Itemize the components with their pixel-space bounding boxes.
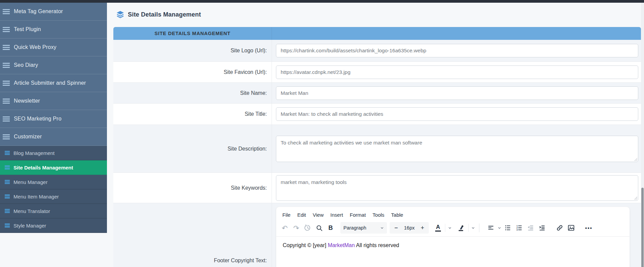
editor-menu-insert[interactable]: Insert (327, 211, 346, 219)
link-button[interactable] (554, 222, 565, 234)
sidebar: Meta Tag Generator Test Plugin Quick Web… (0, 3, 107, 233)
bold-button[interactable]: B (325, 222, 336, 234)
editor-menubar: File Edit View Insert Format Tools Table (276, 207, 629, 220)
editor-menu-view[interactable]: View (309, 211, 327, 219)
editor-content[interactable]: Copyright © [year] MarketMan All rights … (276, 237, 629, 254)
sidebar-item-article-submitter[interactable]: Article Submitter and Spinner (0, 74, 107, 92)
site-favicon-url-input[interactable] (276, 65, 638, 79)
image-button[interactable] (565, 222, 577, 234)
hamburger-menu-icon (3, 134, 10, 139)
site-description-textarea[interactable]: To check all marketing activities we use… (276, 136, 638, 162)
text-color-button[interactable]: A (432, 222, 444, 234)
hamburger-menu-icon (3, 63, 10, 68)
submenu-icon (5, 194, 10, 198)
decrease-fontsize-button[interactable]: − (391, 224, 401, 232)
sidebar-item-seo-marketing-pro[interactable]: SEO Marketing Pro (0, 110, 107, 128)
sidebar-submenu: Blog Management Site Details Management … (0, 146, 107, 233)
numbered-list-button[interactable]: 123 (513, 222, 525, 234)
sidebar-subitem-label: Menu Item Manager (13, 194, 59, 199)
sidebar-item-newsletter[interactable]: Newsletter (0, 92, 107, 110)
text-color-icon: A (435, 224, 441, 232)
chevron-down-icon (471, 226, 475, 230)
editor-toolbar: ↶ ↷ (276, 220, 629, 236)
text-color-chevron[interactable] (447, 222, 453, 234)
sidebar-item-quick-web-proxy[interactable]: Quick Web Proxy (0, 38, 107, 56)
highlight-color-button[interactable] (455, 222, 467, 234)
page-header: Site Details Management (116, 11, 201, 18)
hamburger-menu-icon (3, 99, 10, 104)
editor-menu-format[interactable]: Format (346, 211, 369, 219)
field-label: Site Keywords: (231, 185, 267, 191)
field-label: Site Title: (245, 111, 267, 117)
ellipsis-icon: ••• (585, 225, 593, 231)
sidebar-item-label: Test Plugin (14, 26, 41, 32)
editor-menu-edit[interactable]: Edit (294, 211, 309, 219)
sidebar-item-test-plugin[interactable]: Test Plugin (0, 21, 107, 38)
sidebar-subitem-label: Menu Translator (13, 208, 50, 214)
sidebar-item-menu-translator[interactable]: Menu Translator (0, 204, 107, 218)
scrollbar-thumb[interactable] (641, 188, 644, 267)
panel-header: SITE DETAILS MANAGEMENT (113, 27, 641, 40)
paragraph-dropdown[interactable]: Paragraph (340, 222, 387, 234)
sidebar-item-label: SEO Marketing Pro (14, 116, 61, 122)
editor-menu-file[interactable]: File (279, 211, 294, 219)
submenu-icon (5, 151, 10, 155)
field-label: Footer Copyright Text: (214, 258, 267, 264)
indent-button[interactable] (536, 222, 548, 234)
divider (445, 224, 445, 232)
increase-fontsize-button[interactable]: + (417, 224, 428, 232)
form-row-site-keywords: Site Keywords: market man, marketing too… (113, 173, 641, 203)
redo-button[interactable]: ↷ (290, 222, 302, 234)
sidebar-item-meta-tag-generator[interactable]: Meta Tag Generator (0, 3, 107, 21)
site-title-input[interactable] (276, 107, 638, 121)
submenu-icon (5, 223, 10, 228)
sidebar-subitem-label: Style Manager (13, 223, 46, 229)
form-row-footer-copyright: Footer Copyright Text: File Edit View In… (113, 203, 641, 267)
highlight-color-chevron[interactable] (470, 222, 476, 234)
align-left-button[interactable] (485, 222, 497, 234)
site-logo-url-input[interactable] (276, 44, 638, 57)
sidebar-item-seo-diary[interactable]: Seo Diary (0, 56, 107, 74)
sidebar-item-menu-manager[interactable]: Menu Manager (0, 175, 107, 189)
hamburger-menu-icon (3, 27, 10, 32)
outdent-button[interactable] (525, 222, 536, 234)
bold-icon: B (329, 224, 333, 232)
sidebar-item-customizer[interactable]: Customizer (0, 128, 107, 146)
field-label: Site Description: (228, 146, 267, 152)
image-icon (567, 224, 575, 232)
marketman-link[interactable]: MarketMan (328, 242, 355, 248)
sidebar-subitem-label: Site Details Management (13, 165, 73, 170)
page-scrollbar[interactable] (641, 3, 644, 267)
site-name-input[interactable] (276, 86, 638, 100)
hamburger-menu-icon (3, 116, 10, 122)
form-row-site-favicon: Site Favicon (Url): (113, 62, 641, 83)
indent-icon (539, 224, 545, 231)
sidebar-item-style-manager[interactable]: Style Manager (0, 218, 107, 233)
restore-draft-button[interactable] (302, 222, 313, 234)
sidebar-item-label: Quick Web Proxy (14, 44, 56, 50)
field-label: Site Name: (240, 90, 267, 96)
sidebar-item-menu-item-manager[interactable]: Menu Item Manager (0, 189, 107, 204)
fontsize-value: 16px (401, 225, 417, 231)
top-strip (0, 0, 644, 3)
sidebar-item-site-details-management[interactable]: Site Details Management (0, 160, 107, 175)
rich-text-editor: File Edit View Insert Format Tools Table… (276, 207, 630, 267)
highlighter-icon (458, 224, 465, 232)
chevron-down-icon (380, 226, 384, 230)
sidebar-item-blog-management[interactable]: Blog Management (0, 146, 107, 160)
site-keywords-textarea[interactable]: market man, marketing tools (276, 175, 638, 201)
bullet-list-button[interactable] (502, 222, 513, 234)
hamburger-menu-icon (3, 81, 10, 86)
editor-menu-table[interactable]: Table (388, 211, 407, 219)
site-details-panel: SITE DETAILS MANAGEMENT Site Logo (Url):… (113, 27, 641, 267)
page-title: Site Details Management (128, 11, 201, 18)
sidebar-subitem-label: Menu Manager (13, 179, 48, 185)
more-button[interactable]: ••• (583, 222, 594, 234)
search-button[interactable] (313, 222, 325, 234)
undo-button[interactable]: ↶ (279, 222, 290, 234)
numbered-list-icon: 123 (516, 224, 523, 231)
align-dropdown[interactable] (485, 222, 502, 234)
submenu-icon (5, 180, 10, 184)
align-chevron[interactable] (497, 222, 502, 234)
editor-menu-tools[interactable]: Tools (369, 211, 388, 219)
